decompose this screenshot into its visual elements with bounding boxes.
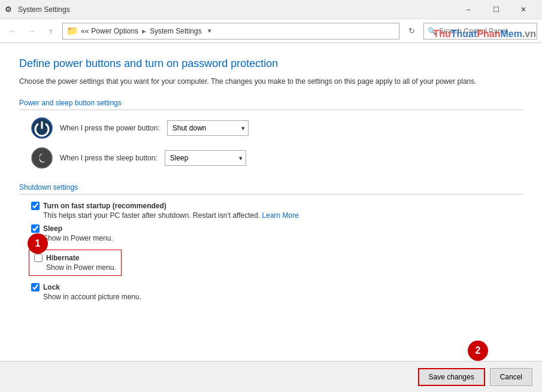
- back-button[interactable]: ←: [5, 23, 20, 39]
- breadcrumb-sep: ««: [81, 27, 89, 35]
- page-wrapper: ⚙ System Settings – ☐ ✕ ← → ↑ 📁 «« Power…: [0, 0, 542, 392]
- search-icon: 🔍: [428, 27, 437, 35]
- fast-startup-label[interactable]: Turn on fast startup (recommended): [43, 202, 166, 210]
- power-button-select-wrapper[interactable]: Shut down Sleep Hibernate Turn off the d…: [167, 120, 249, 136]
- sleep-button-select[interactable]: Sleep Shut down Hibernate Turn off the d…: [165, 150, 246, 166]
- power-sleep-settings-group: Power and sleep button settings When I p…: [19, 99, 523, 169]
- power-button-row: When I press the power button: Shut down…: [19, 117, 523, 139]
- sleep-item: Sleep Show in Power menu.: [19, 224, 523, 242]
- address-bar-input[interactable]: 📁 «« Power Options ► System Settings ▼: [62, 23, 399, 39]
- hibernate-item: Hibernate Show in Power menu.: [19, 247, 523, 278]
- arrow-sep: ►: [141, 28, 147, 35]
- lock-label[interactable]: Lock: [43, 283, 60, 291]
- title-bar: ⚙ System Settings – ☐ ✕: [0, 0, 542, 19]
- lock-row: Lock: [31, 283, 523, 291]
- page-description: Choose the power settings that you want …: [19, 76, 523, 87]
- hibernate-label[interactable]: Hibernate: [46, 254, 79, 262]
- sleep-button-icon: [31, 147, 53, 169]
- sleep-checkbox[interactable]: [31, 224, 40, 233]
- hibernate-description: Show in Power menu.: [34, 263, 116, 272]
- app-icon: ⚙: [5, 5, 14, 14]
- shutdown-settings-group: Shutdown settings Turn on fast startup (…: [19, 183, 523, 301]
- fast-startup-description: This helps start your PC faster after sh…: [31, 211, 523, 220]
- svg-point-1: [32, 148, 52, 168]
- sleep-button-select-wrapper[interactable]: Sleep Shut down Hibernate Turn off the d…: [165, 150, 246, 166]
- refresh-button[interactable]: ↻: [403, 23, 420, 39]
- power-button-select[interactable]: Shut down Sleep Hibernate Turn off the d…: [167, 120, 249, 136]
- shutdown-section-header: Shutdown settings: [19, 183, 523, 195]
- sleep-description: Show in Power menu.: [31, 234, 523, 242]
- maximize-button[interactable]: ☐: [482, 0, 510, 19]
- main-content: Define power buttons and turn on passwor…: [0, 43, 542, 361]
- sleep-button-row: When I press the sleep button: Sleep Shu…: [19, 147, 523, 169]
- system-settings-crumb: System Settings: [150, 27, 202, 35]
- annotation-2: 2: [468, 341, 488, 361]
- page-title: Define power buttons and turn on passwor…: [19, 57, 523, 70]
- forward-button[interactable]: →: [24, 23, 40, 39]
- hibernate-checkbox[interactable]: [34, 254, 43, 262]
- fast-startup-row: Turn on fast startup (recommended): [31, 202, 523, 210]
- annotation-1: 1: [28, 233, 48, 254]
- breadcrumb: «« Power Options ► System Settings: [81, 27, 202, 35]
- lock-checkbox[interactable]: [31, 283, 40, 291]
- close-button[interactable]: ✕: [510, 0, 537, 19]
- search-box[interactable]: 🔍: [423, 23, 537, 39]
- power-options-link[interactable]: Power Options: [91, 27, 138, 35]
- save-changes-button[interactable]: Save changes: [418, 368, 485, 386]
- power-button-label: When I press the power button:: [60, 124, 160, 132]
- folder-icon: 📁: [66, 25, 78, 37]
- fast-startup-item: Turn on fast startup (recommended) This …: [19, 202, 523, 220]
- fast-startup-desc-text: This helps start your PC faster after sh…: [43, 211, 260, 220]
- up-button[interactable]: ↑: [43, 23, 59, 39]
- fast-startup-checkbox[interactable]: [31, 202, 40, 210]
- address-dropdown-icon[interactable]: ▼: [204, 28, 215, 34]
- hibernate-row: Hibernate: [34, 254, 116, 262]
- sleep-label[interactable]: Sleep: [43, 224, 62, 233]
- window-title: System Settings: [18, 5, 70, 14]
- lock-description: Show in account picture menu.: [31, 293, 523, 301]
- footer: Save changes Cancel: [0, 361, 542, 392]
- sleep-button-label: When I press the sleep button:: [60, 154, 158, 162]
- sleep-row: Sleep: [31, 224, 523, 233]
- learn-more-link[interactable]: Learn More: [262, 211, 299, 220]
- search-input[interactable]: [439, 27, 533, 35]
- cancel-button[interactable]: Cancel: [490, 368, 532, 386]
- address-bar: ← → ↑ 📁 «« Power Options ► System Settin…: [0, 19, 542, 43]
- power-button-icon: [31, 117, 53, 139]
- lock-item: Lock Show in account picture menu.: [19, 283, 523, 301]
- title-bar-left: ⚙ System Settings: [5, 5, 70, 14]
- title-bar-controls: – ☐ ✕: [455, 0, 537, 19]
- power-sleep-section-header: Power and sleep button settings: [19, 99, 523, 110]
- hibernate-highlight-box: Hibernate Show in Power menu.: [29, 250, 122, 276]
- minimize-button[interactable]: –: [455, 0, 482, 19]
